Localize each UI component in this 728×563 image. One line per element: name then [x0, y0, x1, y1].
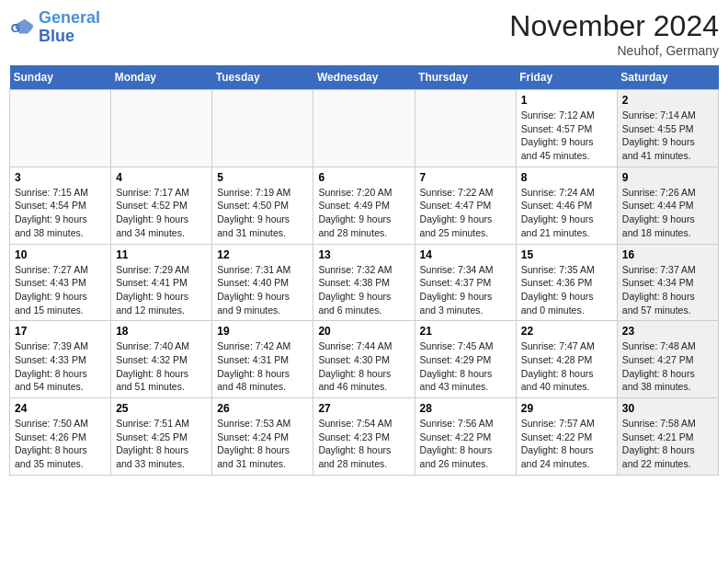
day-number: 17	[15, 325, 106, 338]
day-info: Sunrise: 7:29 AMSunset: 4:41 PMDaylight:…	[116, 263, 207, 317]
day-header-wednesday: Wednesday	[313, 65, 415, 90]
calendar-cell: 13Sunrise: 7:32 AMSunset: 4:38 PMDayligh…	[313, 244, 415, 321]
title-area: November 2024 Neuhof, Germany	[509, 9, 719, 58]
day-info: Sunrise: 7:58 AMSunset: 4:21 PMDaylight:…	[622, 417, 713, 471]
calendar-cell: 7Sunrise: 7:22 AMSunset: 4:47 PMDaylight…	[415, 167, 516, 244]
month-title: November 2024	[509, 9, 719, 43]
logo: G General Blue	[9, 9, 100, 46]
calendar-cell: 10Sunrise: 7:27 AMSunset: 4:43 PMDayligh…	[10, 244, 111, 321]
day-number: 30	[622, 402, 713, 415]
calendar-cell	[212, 90, 313, 167]
day-header-thursday: Thursday	[415, 65, 516, 90]
calendar-cell: 15Sunrise: 7:35 AMSunset: 4:36 PMDayligh…	[516, 244, 617, 321]
day-number: 21	[420, 325, 511, 338]
calendar-cell: 14Sunrise: 7:34 AMSunset: 4:37 PMDayligh…	[415, 244, 516, 321]
day-info: Sunrise: 7:42 AMSunset: 4:31 PMDaylight:…	[217, 339, 308, 394]
calendar-cell: 9Sunrise: 7:26 AMSunset: 4:44 PMDaylight…	[617, 167, 718, 244]
day-header-sunday: Sunday	[10, 65, 111, 90]
day-number: 19	[217, 325, 308, 338]
calendar-cell	[313, 90, 415, 167]
calendar-cell: 11Sunrise: 7:29 AMSunset: 4:41 PMDayligh…	[111, 244, 212, 321]
day-number: 4	[116, 171, 207, 184]
day-info: Sunrise: 7:26 AMSunset: 4:44 PMDaylight:…	[622, 186, 713, 240]
calendar-cell: 23Sunrise: 7:48 AMSunset: 4:27 PMDayligh…	[617, 321, 718, 398]
calendar-cell: 18Sunrise: 7:40 AMSunset: 4:32 PMDayligh…	[111, 321, 212, 398]
logo-icon: G	[9, 15, 35, 40]
day-info: Sunrise: 7:51 AMSunset: 4:25 PMDaylight:…	[116, 417, 207, 471]
day-number: 13	[318, 248, 409, 261]
day-info: Sunrise: 7:31 AMSunset: 4:40 PMDaylight:…	[217, 263, 308, 317]
day-info: Sunrise: 7:39 AMSunset: 4:33 PMDaylight:…	[15, 339, 106, 394]
day-number: 16	[622, 248, 713, 261]
day-info: Sunrise: 7:22 AMSunset: 4:47 PMDaylight:…	[420, 186, 511, 240]
day-number: 10	[15, 248, 106, 261]
day-info: Sunrise: 7:56 AMSunset: 4:22 PMDaylight:…	[420, 417, 511, 471]
calendar-cell: 20Sunrise: 7:44 AMSunset: 4:30 PMDayligh…	[313, 321, 415, 398]
calendar-cell: 5Sunrise: 7:19 AMSunset: 4:50 PMDaylight…	[212, 167, 313, 244]
calendar-cell: 21Sunrise: 7:45 AMSunset: 4:29 PMDayligh…	[415, 321, 516, 398]
calendar-cell: 17Sunrise: 7:39 AMSunset: 4:33 PMDayligh…	[10, 321, 111, 398]
day-number: 27	[318, 402, 409, 415]
calendar-cell: 28Sunrise: 7:56 AMSunset: 4:22 PMDayligh…	[415, 398, 516, 476]
calendar-table: SundayMondayTuesdayWednesdayThursdayFrid…	[9, 65, 719, 476]
day-number: 25	[116, 402, 207, 415]
calendar-cell: 22Sunrise: 7:47 AMSunset: 4:28 PMDayligh…	[516, 321, 617, 398]
day-number: 3	[15, 171, 106, 184]
calendar-week-2: 3Sunrise: 7:15 AMSunset: 4:54 PMDaylight…	[10, 167, 719, 244]
day-header-tuesday: Tuesday	[212, 65, 313, 90]
day-info: Sunrise: 7:24 AMSunset: 4:46 PMDaylight:…	[521, 186, 612, 240]
day-number: 7	[420, 171, 511, 184]
day-number: 18	[116, 325, 207, 338]
calendar-week-3: 10Sunrise: 7:27 AMSunset: 4:43 PMDayligh…	[10, 244, 719, 321]
calendar-cell: 29Sunrise: 7:57 AMSunset: 4:22 PMDayligh…	[516, 398, 617, 476]
calendar-cell	[111, 90, 212, 167]
day-info: Sunrise: 7:44 AMSunset: 4:30 PMDaylight:…	[318, 339, 409, 394]
logo-text-line1: General	[39, 9, 100, 28]
calendar-week-1: 1Sunrise: 7:12 AMSunset: 4:57 PMDaylight…	[10, 90, 719, 167]
day-number: 24	[15, 402, 106, 415]
day-number: 5	[217, 171, 308, 184]
calendar-cell: 26Sunrise: 7:53 AMSunset: 4:24 PMDayligh…	[212, 398, 313, 476]
calendar-cell	[10, 90, 111, 167]
day-info: Sunrise: 7:47 AMSunset: 4:28 PMDaylight:…	[521, 339, 612, 394]
day-info: Sunrise: 7:12 AMSunset: 4:57 PMDaylight:…	[521, 109, 612, 163]
day-number: 12	[217, 248, 308, 261]
day-number: 29	[521, 402, 612, 415]
calendar-cell: 25Sunrise: 7:51 AMSunset: 4:25 PMDayligh…	[111, 398, 212, 476]
day-header-saturday: Saturday	[617, 65, 718, 90]
day-number: 9	[622, 171, 713, 184]
day-info: Sunrise: 7:34 AMSunset: 4:37 PMDaylight:…	[420, 263, 511, 317]
day-number: 8	[521, 171, 612, 184]
day-info: Sunrise: 7:35 AMSunset: 4:36 PMDaylight:…	[521, 263, 612, 317]
day-number: 2	[622, 94, 713, 107]
day-info: Sunrise: 7:37 AMSunset: 4:34 PMDaylight:…	[622, 263, 713, 317]
day-info: Sunrise: 7:54 AMSunset: 4:23 PMDaylight:…	[318, 417, 409, 471]
day-info: Sunrise: 7:50 AMSunset: 4:26 PMDaylight:…	[15, 417, 106, 471]
calendar-week-5: 24Sunrise: 7:50 AMSunset: 4:26 PMDayligh…	[10, 398, 719, 476]
calendar-week-4: 17Sunrise: 7:39 AMSunset: 4:33 PMDayligh…	[10, 321, 719, 398]
day-info: Sunrise: 7:20 AMSunset: 4:49 PMDaylight:…	[318, 186, 409, 240]
day-info: Sunrise: 7:40 AMSunset: 4:32 PMDaylight:…	[116, 339, 207, 394]
calendar-cell: 27Sunrise: 7:54 AMSunset: 4:23 PMDayligh…	[313, 398, 415, 476]
day-info: Sunrise: 7:32 AMSunset: 4:38 PMDaylight:…	[318, 263, 409, 317]
day-info: Sunrise: 7:14 AMSunset: 4:55 PMDaylight:…	[622, 109, 713, 163]
calendar-cell: 8Sunrise: 7:24 AMSunset: 4:46 PMDaylight…	[516, 167, 617, 244]
calendar-cell: 19Sunrise: 7:42 AMSunset: 4:31 PMDayligh…	[212, 321, 313, 398]
calendar-cell: 2Sunrise: 7:14 AMSunset: 4:55 PMDaylight…	[617, 90, 718, 167]
day-number: 15	[521, 248, 612, 261]
day-info: Sunrise: 7:17 AMSunset: 4:52 PMDaylight:…	[116, 186, 207, 240]
day-number: 26	[217, 402, 308, 415]
day-info: Sunrise: 7:48 AMSunset: 4:27 PMDaylight:…	[622, 339, 713, 394]
logo-text-line2: Blue	[39, 28, 100, 46]
calendar-cell: 24Sunrise: 7:50 AMSunset: 4:26 PMDayligh…	[10, 398, 111, 476]
calendar-cell: 3Sunrise: 7:15 AMSunset: 4:54 PMDaylight…	[10, 167, 111, 244]
day-headers-row: SundayMondayTuesdayWednesdayThursdayFrid…	[10, 65, 719, 90]
day-number: 28	[420, 402, 511, 415]
day-info: Sunrise: 7:57 AMSunset: 4:22 PMDaylight:…	[521, 417, 612, 471]
day-number: 1	[521, 94, 612, 107]
calendar-cell	[415, 90, 516, 167]
day-number: 22	[521, 325, 612, 338]
day-number: 23	[622, 325, 713, 338]
calendar-cell: 30Sunrise: 7:58 AMSunset: 4:21 PMDayligh…	[617, 398, 718, 476]
day-header-friday: Friday	[516, 65, 617, 90]
